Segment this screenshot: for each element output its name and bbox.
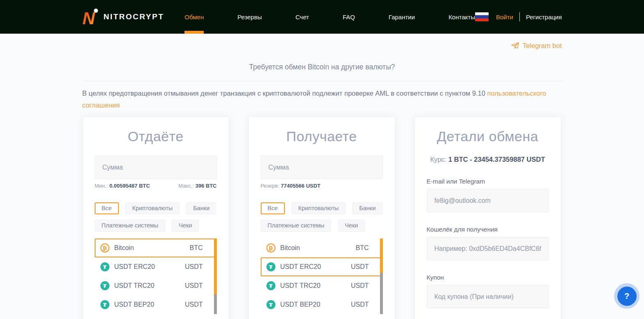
email-field[interactable] [427, 189, 549, 212]
filter-banks[interactable]: Банки [352, 202, 382, 214]
telegram-bot-link[interactable]: Telegram bot [511, 41, 562, 50]
currency-ticker: USDT [351, 301, 369, 308]
currency-name: USDT BEP20 [114, 301, 180, 308]
nav-item-account[interactable]: Счет [296, 0, 309, 34]
currency-row-bitcoin[interactable]: ₿ Bitcoin BTC [261, 239, 383, 257]
currency-name: USDT ERC20 [280, 263, 346, 271]
exchange-rate: Курс: 1 BTC - 23454.37359887 USDT [427, 156, 549, 163]
nav-item-guarantees[interactable]: Гарантии [389, 0, 415, 34]
nav-separator [519, 12, 520, 21]
nav-item-contacts[interactable]: Контакты [448, 0, 475, 34]
currency-ticker: BTC [356, 244, 369, 252]
give-list-scrollbar[interactable] [214, 239, 217, 314]
language-flag-ru-icon[interactable] [475, 12, 489, 21]
main-content: Telegram bot Требуется обмен Bitcoin на … [82, 34, 562, 319]
filter-payment-systems[interactable]: Платежные системы [261, 220, 332, 232]
brand-name: NITROCRYPT [104, 12, 164, 21]
aml-notice: В целях предотвращения отмывания денег т… [82, 87, 562, 111]
page-title: Требуется обмен Bitcoin на другие валюты… [82, 63, 562, 71]
min-limit: Мин.: 0.00595487 BTC [95, 183, 150, 189]
currency-ticker: BTC [190, 244, 203, 252]
min-limit-value: 0.00595487 BTC [109, 183, 150, 189]
coupon-label: Купон [427, 274, 549, 281]
currency-row-usdt-bep20[interactable]: ₮ USDT BEP20 USDT [95, 295, 217, 314]
filter-all[interactable]: Все [261, 202, 285, 214]
brand-logo[interactable]: N NITROCRYPT [82, 7, 164, 26]
give-currency-list: ₿ Bitcoin BTC ₮ USDT ERC20 USDT ₮ USDT T… [95, 239, 217, 314]
coupon-field[interactable] [427, 285, 549, 308]
currency-row-usdt-trc20[interactable]: ₮ USDT TRC20 USDT [261, 276, 383, 295]
currency-row-bitcoin[interactable]: ₿ Bitcoin BTC [95, 239, 217, 257]
currency-name: USDT TRC20 [114, 282, 180, 289]
navbar: N NITROCRYPT Обмен Резервы Счет FAQ Гара… [0, 0, 644, 34]
get-card: Получаете Резерв: 77405566 USDT Все Крип… [248, 117, 395, 319]
tether-icon: ₮ [266, 281, 275, 290]
currency-name: Bitcoin [114, 244, 185, 252]
give-card-title: Отдаёте [95, 129, 217, 145]
currency-name: USDT ERC20 [114, 263, 180, 271]
filter-banks[interactable]: Банки [186, 202, 216, 214]
currency-ticker: USDT [185, 263, 203, 271]
currency-name: Bitcoin [280, 244, 351, 252]
give-filters: Все Криптовалюты Банки Платежные системы… [95, 202, 217, 232]
currency-row-usdt-erc20[interactable]: ₮ USDT ERC20 USDT [261, 257, 383, 276]
get-list-scrollbar[interactable] [380, 239, 383, 314]
filter-checks[interactable]: Чеки [338, 220, 365, 232]
svg-text:N: N [82, 9, 96, 26]
bitcoin-icon: ₿ [266, 243, 275, 252]
main-menu: Обмен Резервы Счет FAQ Гарантии Контакты [184, 0, 475, 34]
login-link[interactable]: Войти [496, 14, 513, 21]
wallet-label: Кошелёк для получения [427, 226, 549, 233]
currency-row-usdt-bep20[interactable]: ₮ USDT BEP20 USDT [261, 295, 383, 314]
details-card-title: Детали обмена [427, 129, 549, 145]
nav-item-faq[interactable]: FAQ [343, 0, 355, 34]
reserve-info: Резерв: 77405566 USDT [261, 183, 383, 189]
aml-text: В целях предотвращения отмывания денег т… [82, 90, 485, 97]
currency-ticker: USDT [351, 263, 369, 271]
filter-payment-systems[interactable]: Платежные системы [95, 220, 166, 232]
currency-row-usdt-erc20[interactable]: ₮ USDT ERC20 USDT [95, 257, 217, 276]
telegram-bot-label: Telegram bot [523, 42, 562, 50]
help-button[interactable]: ? [614, 283, 639, 309]
wallet-field[interactable] [427, 237, 549, 260]
tether-icon: ₮ [100, 281, 109, 290]
section-divider [82, 81, 562, 81]
max-limit: Макс.: 396 BTC [178, 183, 216, 189]
get-filters: Все Криптовалюты Банки Платежные системы… [261, 202, 383, 232]
currency-name: USDT BEP20 [280, 301, 346, 308]
question-icon: ? [617, 287, 637, 306]
give-card: Отдаёте Мин.: 0.00595487 BTC Макс.: 396 … [82, 117, 229, 319]
email-label: E-mail или Telegram [427, 178, 549, 185]
tether-icon: ₮ [100, 300, 109, 309]
currency-ticker: USDT [185, 282, 203, 289]
max-limit-value: 396 BTC [195, 183, 216, 189]
register-link[interactable]: Регистрация [526, 14, 562, 21]
reserve-value: 77405566 USDT [281, 183, 321, 189]
filter-checks[interactable]: Чеки [172, 220, 199, 232]
tether-icon: ₮ [100, 262, 109, 271]
tether-icon: ₮ [266, 300, 275, 309]
filter-crypto[interactable]: Криптовалюты [125, 202, 180, 214]
currency-ticker: USDT [351, 282, 369, 289]
nav-item-exchange[interactable]: Обмен [184, 0, 204, 34]
currency-ticker: USDT [185, 301, 203, 308]
exchange-details-card: Детали обмена Курс: 1 BTC - 23454.373598… [414, 117, 561, 319]
nav-item-reserves[interactable]: Резервы [237, 0, 262, 34]
get-amount-input[interactable] [261, 156, 383, 179]
get-card-title: Получаете [261, 129, 383, 145]
filter-all[interactable]: Все [95, 202, 119, 214]
exchange-rate-value: 1 BTC - 23454.37359887 USDT [448, 156, 545, 163]
bitcoin-icon: ₿ [100, 243, 109, 252]
get-currency-list: ₿ Bitcoin BTC ₮ USDT ERC20 USDT ₮ USDT T… [261, 239, 383, 314]
filter-crypto[interactable]: Криптовалюты [291, 202, 346, 214]
nitrocrypt-logo-icon: N [82, 7, 100, 26]
tether-icon: ₮ [266, 262, 275, 271]
telegram-plane-icon [511, 41, 519, 50]
currency-row-usdt-trc20[interactable]: ₮ USDT TRC20 USDT [95, 276, 217, 295]
give-amount-input[interactable] [95, 156, 217, 179]
currency-name: USDT TRC20 [280, 282, 346, 289]
